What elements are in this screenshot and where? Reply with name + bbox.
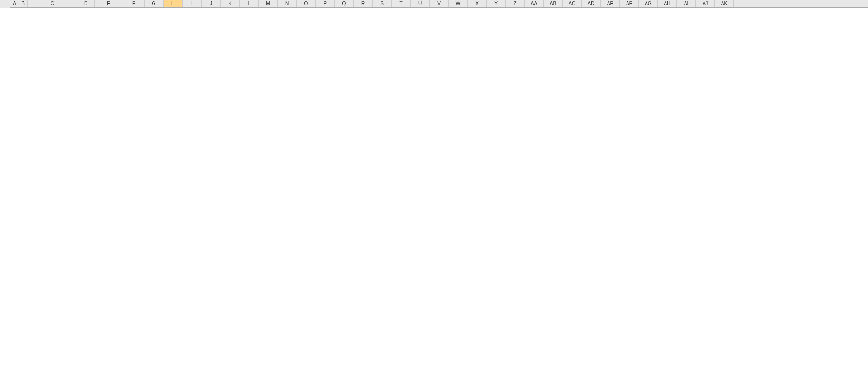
- row-header-1[interactable]: 1: [0, 7, 10, 8]
- col-header-K[interactable]: K: [221, 0, 240, 7]
- col-header-W[interactable]: W: [449, 0, 468, 7]
- col-header-V[interactable]: V: [430, 0, 449, 7]
- col-header-L[interactable]: L: [240, 0, 259, 7]
- col-header-AK[interactable]: AK: [715, 0, 734, 7]
- column-header-row: ABCDEFGHIJKLMNOPQRSTUVWXYZAAABACADAEAFAG…: [0, 0, 868, 8]
- col-header-AC[interactable]: AC: [563, 0, 582, 7]
- col-header-AE[interactable]: AE: [601, 0, 620, 7]
- col-header-E[interactable]: E: [95, 0, 123, 7]
- col-header-A[interactable]: A: [10, 0, 19, 7]
- col-header-AF[interactable]: AF: [620, 0, 639, 7]
- col-header-R[interactable]: R: [354, 0, 373, 7]
- col-header-B[interactable]: B: [19, 0, 28, 7]
- col-header-Z[interactable]: Z: [506, 0, 525, 7]
- col-header-AD[interactable]: AD: [582, 0, 601, 7]
- col-header-M[interactable]: M: [259, 0, 278, 7]
- col-header-AB[interactable]: AB: [544, 0, 563, 7]
- col-header-AH[interactable]: AH: [658, 0, 677, 7]
- col-header-U[interactable]: U: [411, 0, 430, 7]
- spreadsheet[interactable]: ABCDEFGHIJKLMNOPQRSTUVWXYZAAABACADAEAFAG…: [0, 0, 868, 8]
- col-header-D[interactable]: D: [77, 0, 95, 7]
- col-header-I[interactable]: I: [183, 0, 202, 7]
- select-all-corner[interactable]: [0, 0, 10, 7]
- col-header-Q[interactable]: Q: [335, 0, 354, 7]
- col-header-O[interactable]: O: [297, 0, 316, 7]
- col-header-X[interactable]: X: [468, 0, 487, 7]
- col-header-P[interactable]: P: [316, 0, 335, 7]
- col-header-AA[interactable]: AA: [525, 0, 544, 7]
- col-header-C[interactable]: C: [28, 0, 77, 7]
- col-header-G[interactable]: G: [145, 0, 164, 7]
- col-header-S[interactable]: S: [373, 0, 392, 7]
- col-header-Y[interactable]: Y: [487, 0, 506, 7]
- row-header-col: 1234567891011121314151617181920212223242…: [0, 7, 10, 8]
- col-header-F[interactable]: F: [123, 0, 145, 7]
- col-header-H[interactable]: H: [164, 0, 183, 7]
- col-header-AG[interactable]: AG: [639, 0, 658, 7]
- col-header-AJ[interactable]: AJ: [696, 0, 715, 7]
- col-header-T[interactable]: T: [392, 0, 411, 7]
- col-header-N[interactable]: N: [278, 0, 297, 7]
- col-header-AI[interactable]: AI: [677, 0, 696, 7]
- col-header-J[interactable]: J: [202, 0, 221, 7]
